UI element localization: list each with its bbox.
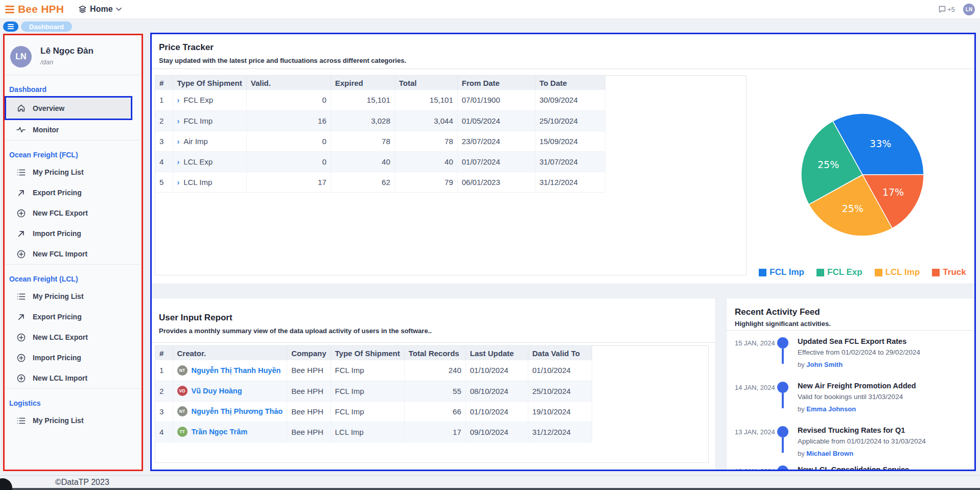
table-row: 2VDVũ Duy HoàngBee HPHFCL Imp5508/10/202… xyxy=(155,381,592,401)
sidebar-item-new-fcl-import[interactable]: New FCL Import xyxy=(6,244,140,264)
cell-creator: NTNguyễn Thị Phương Thảo xyxy=(173,401,287,422)
activity-feed-subtitle: Highlight significant activities. xyxy=(735,320,831,328)
sidebar-item-new-lcl-import[interactable]: New LCL Import xyxy=(6,368,140,388)
sidebar-item-monitor[interactable]: Monitor xyxy=(6,120,140,140)
expand-row-icon[interactable]: › xyxy=(177,158,180,166)
legend-item-fcl-imp[interactable]: FCL Imp xyxy=(759,267,804,277)
column-header-company: Company xyxy=(287,346,331,360)
cell-type-of-shipment: FCL Imp xyxy=(331,360,404,381)
sidebar-item-overview[interactable]: Overview xyxy=(6,98,131,119)
column-header-type-of-shipment: Type Of Shipment xyxy=(173,76,246,90)
creator: NTNguyễn Thị Thanh Huyền xyxy=(177,365,283,376)
expand-row-icon[interactable]: › xyxy=(177,96,180,104)
breadcrumb-dashboard-tab[interactable]: Dashboard xyxy=(21,21,72,32)
creator-name-link[interactable]: Vũ Duy Hoàng xyxy=(192,387,242,395)
arrow-up-right-icon xyxy=(16,312,26,321)
legend-item-truck[interactable]: Truck xyxy=(932,267,966,277)
sidebar-section-ocean-freight-lcl: Ocean Freight (LCL)My Pricing ListExport… xyxy=(3,265,143,388)
user-avatar[interactable]: LN xyxy=(963,4,975,15)
cell-total: 3,044 xyxy=(394,110,457,131)
activity-author-link[interactable]: Michael Brown xyxy=(806,450,853,457)
sidebar-item-my-pricing-list[interactable]: My Pricing List xyxy=(6,286,140,307)
sidebar-toggle-button[interactable] xyxy=(3,21,18,32)
expand-row-icon[interactable]: › xyxy=(177,137,180,146)
cell-index: 1 xyxy=(155,360,173,381)
pie-legend: FCL ImpFCL ExpLCL ImpTruck xyxy=(735,267,976,277)
column-header-to-date: To Date xyxy=(535,76,605,90)
cell-expired: 15,101 xyxy=(331,90,394,110)
creator-name-link[interactable]: Trần Ngọc Trâm xyxy=(192,428,248,436)
sidebar-item-my-pricing-list[interactable]: My Pricing List xyxy=(6,162,140,182)
cell-total-records: 17 xyxy=(404,422,465,442)
chat-bubble-icon xyxy=(938,5,946,13)
chat-button[interactable]: +5 xyxy=(938,5,955,13)
profile-name: Lê Ngọc Đàn xyxy=(40,46,94,56)
cell-data-valid-to: 31/12/2024 xyxy=(528,422,592,442)
card-divider xyxy=(151,342,715,343)
sidebar-item-export-pricing[interactable]: Export Pricing xyxy=(6,307,140,327)
plus-circle-icon xyxy=(16,333,26,342)
expand-row-icon[interactable]: › xyxy=(177,178,180,186)
legend-item-lcl-imp[interactable]: LCL Imp xyxy=(875,267,920,277)
cell-valid: 17 xyxy=(246,172,331,192)
table-row: 5›LCL Imp17627906/01/202331/12/2024 xyxy=(155,172,605,192)
column-header-from-date: From Date xyxy=(457,76,535,90)
cell-to-date: 25/10/2024 xyxy=(535,110,605,131)
creator-name-link[interactable]: Nguyễn Thị Phương Thảo xyxy=(192,407,283,415)
cell-: 5 xyxy=(155,172,173,192)
nav-home[interactable]: Home xyxy=(78,5,121,14)
app-logo-text: Bee HPH xyxy=(18,3,64,15)
sidebar-item-import-pricing[interactable]: Import Pricing xyxy=(6,223,140,244)
activity-detail: Effective from 01/02/2024 to 29/02/2024 xyxy=(798,348,920,356)
cell-creator: NTNguyễn Thị Thanh Huyền xyxy=(173,360,287,381)
expand-row-icon[interactable]: › xyxy=(177,117,180,125)
app-logo[interactable]: Bee HPH xyxy=(5,3,64,15)
cell-type-of-shipment: ›LCL Imp xyxy=(173,172,246,192)
creator: VDVũ Duy Hoàng xyxy=(177,386,283,396)
list-icon xyxy=(16,416,26,425)
cell-creator: VDVũ Duy Hoàng xyxy=(173,381,287,401)
menu-hamburger-icon[interactable] xyxy=(5,6,14,13)
cell-from-date: 07/01/1900 xyxy=(457,90,535,110)
cell-type-of-shipment: ›FCL Imp xyxy=(173,110,246,131)
activity-headline: Updated Sea FCL Export Rates xyxy=(798,337,906,345)
sidebar-item-my-pricing-list[interactable]: My Pricing List xyxy=(6,410,140,431)
cell-index: 2 xyxy=(155,381,173,401)
plus-circle-icon xyxy=(16,353,26,362)
cell-total: 79 xyxy=(394,172,457,192)
shipment-type-label: FCL Imp xyxy=(183,116,213,125)
cell-total-records: 55 xyxy=(404,381,465,401)
list-icon xyxy=(16,168,26,177)
timeline-stem xyxy=(782,437,784,453)
sidebar-item-import-pricing[interactable]: Import Pricing xyxy=(6,347,140,368)
copyright-text: ©DataTP 2023 xyxy=(55,478,109,487)
sidebar-item-export-pricing[interactable]: Export Pricing xyxy=(6,182,140,203)
activity-date: 15 JAN, 2024 xyxy=(735,339,775,347)
top-bar: Bee HPH Home +5 LN xyxy=(0,0,980,19)
activity-headline: Revised Trucking Rates for Q1 xyxy=(798,426,905,434)
window-bottom-edge xyxy=(0,488,980,490)
cell-type-of-shipment: ›Air Imp xyxy=(173,131,246,151)
profile-avatar[interactable]: LN xyxy=(10,46,32,67)
activity-author-link[interactable]: John Smith xyxy=(806,361,843,368)
creator: NTNguyễn Thị Phương Thảo xyxy=(177,406,283,416)
sidebar-section-logistics: LogisticsMy Pricing List xyxy=(3,389,143,431)
cell-expired: 40 xyxy=(331,151,394,172)
cell-from-date: 06/01/2023 xyxy=(457,172,535,192)
column-header-total: Total xyxy=(394,76,457,90)
card-divider xyxy=(151,68,975,69)
sidebar-item-new-lcl-export[interactable]: New LCL Export xyxy=(6,327,140,347)
chevron-down-icon xyxy=(116,7,122,11)
nav-home-label: Home xyxy=(90,5,112,14)
activity-author-link[interactable]: Emma Johnson xyxy=(806,405,856,413)
legend-item-fcl-exp[interactable]: FCL Exp xyxy=(816,267,862,277)
creator-name-link[interactable]: Nguyễn Thị Thanh Huyền xyxy=(192,366,281,375)
column-header-total-records: Total Records xyxy=(404,346,465,360)
main-content: Price Tracker Stay updated with the late… xyxy=(150,33,976,471)
sidebar-item-new-fcl-export[interactable]: New FCL Export xyxy=(6,203,140,223)
shipment-type-label: FCL Exp xyxy=(183,96,213,104)
table-header-row: #Type Of ShipmentValid.ExpiredTotalFrom … xyxy=(155,76,605,90)
sidebar-item-label: New LCL Import xyxy=(33,374,87,382)
creator-avatar: NT xyxy=(177,365,188,376)
chat-badge: +5 xyxy=(947,6,955,13)
